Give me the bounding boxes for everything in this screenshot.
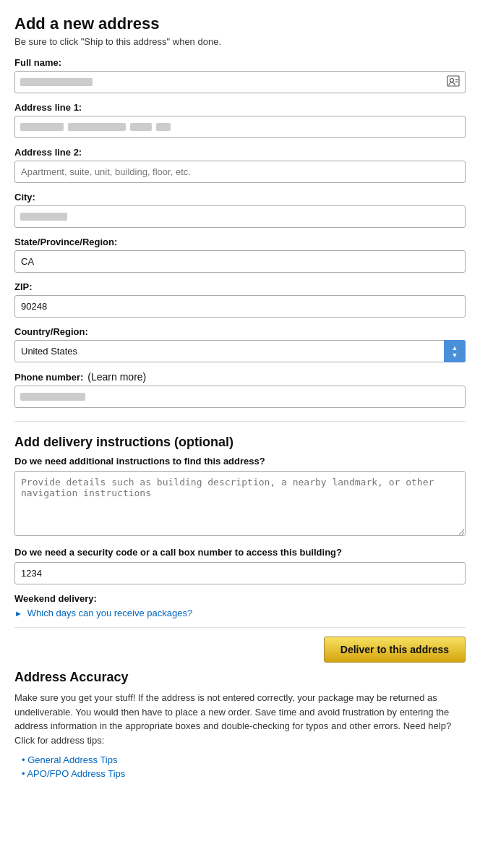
general-address-tips-link[interactable]: General Address Tips [27, 754, 117, 765]
full-name-wrapper [14, 71, 466, 93]
nav-instructions-input[interactable] [14, 471, 466, 536]
phone-wrapper [14, 386, 466, 408]
country-select-wrapper: United States Canada United Kingdom Aust… [14, 340, 466, 362]
nav-question: Do we need additional instructions to fi… [14, 456, 466, 467]
state-group: State/Province/Region: [14, 237, 466, 273]
city-input[interactable] [14, 205, 466, 228]
security-code-input[interactable] [14, 562, 466, 584]
page-subtitle: Be sure to click "Ship to this address" … [14, 36, 466, 47]
address-line1-label: Address line 1: [14, 102, 466, 113]
address-line1-group: Address line 1: [14, 102, 466, 138]
full-name-group: Full name: [14, 57, 466, 93]
address-line1-input[interactable] [14, 116, 466, 138]
delivery-section-title: Add delivery instructions (optional) [14, 435, 466, 450]
full-name-input[interactable] [14, 71, 466, 93]
city-group: City: [14, 192, 466, 228]
weekend-link-row: ► Which days can you receive packages? [14, 607, 466, 618]
accuracy-links-list: General Address Tips APO/FPO Address Tip… [14, 754, 466, 779]
weekend-arrow-icon: ► [14, 609, 22, 618]
address-line2-input[interactable] [14, 161, 466, 183]
country-group: Country/Region: United States Canada Uni… [14, 326, 466, 362]
phone-label-row: Phone number: (Learn more) [14, 371, 466, 383]
zip-input[interactable] [14, 295, 466, 318]
learn-more-link[interactable]: (Learn more) [87, 371, 146, 383]
state-label: State/Province/Region: [14, 237, 466, 247]
weekend-label: Weekend delivery: [14, 593, 466, 604]
list-item: General Address Tips [22, 754, 466, 765]
accuracy-description: Make sure you get your stuff! If the add… [14, 691, 466, 747]
phone-group: Phone number: (Learn more) [14, 371, 466, 408]
deliver-btn-row: Deliver to this address [14, 627, 466, 670]
phone-label: Phone number: [14, 372, 83, 383]
state-input[interactable] [14, 250, 466, 273]
list-item: APO/FPO Address Tips [22, 768, 466, 779]
weekend-link[interactable]: Which days can you receive packages? [27, 608, 192, 618]
city-label: City: [14, 192, 466, 203]
accuracy-section: Address Accuracy Make sure you get your … [14, 670, 466, 779]
city-wrapper [14, 205, 466, 228]
section-divider-1 [14, 421, 466, 422]
full-name-label: Full name: [14, 57, 466, 68]
zip-label: ZIP: [14, 281, 466, 292]
address-line1-wrapper [14, 116, 466, 138]
address-line2-label: Address line 2: [14, 147, 466, 158]
accuracy-title: Address Accuracy [14, 670, 466, 685]
zip-group: ZIP: [14, 281, 466, 318]
page-title: Add a new address [14, 14, 466, 33]
country-select[interactable]: United States Canada United Kingdom Aust… [14, 340, 466, 362]
phone-input[interactable] [14, 386, 466, 408]
deliver-button[interactable]: Deliver to this address [324, 637, 466, 663]
security-code-group: Do we need a security code or a call box… [14, 547, 466, 584]
nav-instructions-group: Do we need additional instructions to fi… [14, 456, 466, 538]
weekend-delivery-group: Weekend delivery: ► Which days can you r… [14, 593, 466, 618]
address-line2-group: Address line 2: [14, 147, 466, 183]
security-question: Do we need a security code or a call box… [14, 547, 466, 558]
apo-fpo-tips-link[interactable]: APO/FPO Address Tips [27, 768, 125, 779]
country-label: Country/Region: [14, 326, 466, 337]
